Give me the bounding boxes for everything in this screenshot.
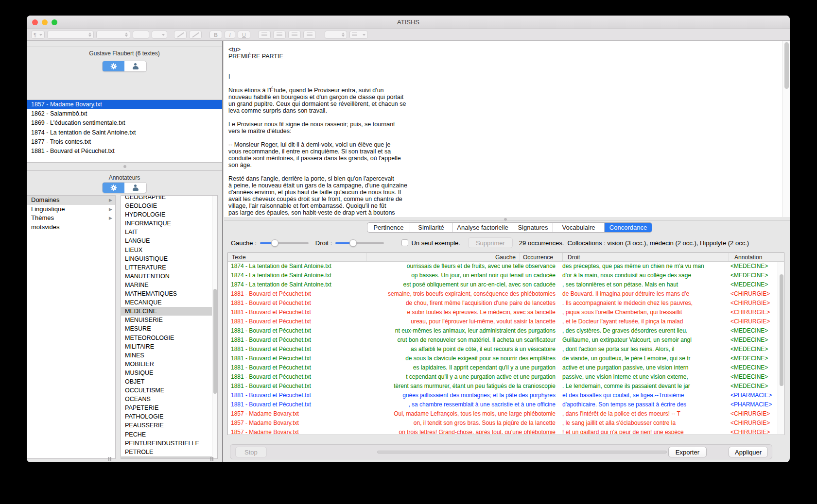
supprimer-button[interactable]: Supprimer <box>468 237 513 248</box>
domain-item[interactable]: PATHOLOGIE <box>121 412 212 421</box>
domain-item[interactable]: MEDECINE <box>121 307 212 316</box>
domain-item[interactable]: PAPETERIE <box>121 403 212 412</box>
sidebar-splitter[interactable] <box>27 162 222 171</box>
domain-item[interactable]: MATHEMATIQUES <box>121 289 212 298</box>
text-item[interactable]: 1877 - Trois contes.txt <box>27 137 222 147</box>
spacing-stepper[interactable] <box>325 31 347 39</box>
domain-item[interactable]: MESURE <box>121 324 212 333</box>
domain-item[interactable]: MOBILIER <box>121 360 212 369</box>
domain-item[interactable]: PHARMACIE <box>121 456 212 459</box>
col-annotation[interactable]: Annotation <box>734 254 762 261</box>
concordance-row[interactable]: 1881 - Bouvard et Pécuchet.txtureau, pou… <box>228 317 778 326</box>
concordance-row[interactable]: 1857 - Madame Bovary.txtOui, madame Lefr… <box>228 409 778 419</box>
domain-item[interactable]: HYDROLOGIE <box>121 210 212 219</box>
concordance-row[interactable]: 1881 - Bouvard et Pécuchet.txtde sous la… <box>228 354 778 363</box>
concordance-row[interactable]: 1874 - La tentation de Saint Antoine.txt… <box>228 280 778 289</box>
domain-item[interactable]: GEOGRAPHIE <box>121 195 212 202</box>
font-family-combo[interactable] <box>47 31 94 39</box>
editor-scrollbar-thumb[interactable] <box>784 42 789 89</box>
italic-button[interactable]: I <box>225 31 235 39</box>
stop-button[interactable]: Stop <box>235 447 267 457</box>
annotators-person-tab[interactable] <box>124 183 146 193</box>
editor-scrollbar[interactable] <box>782 41 790 217</box>
color-dropdown[interactable] <box>152 31 167 39</box>
editor-content[interactable]: <tu> PREMIÈRE PARTIE I Nous étions à l'É… <box>228 46 408 217</box>
concordance-row[interactable]: 1881 - Bouvard et Pécuchet.txte subir to… <box>228 308 778 317</box>
concordance-row[interactable]: 1857 - Madame Bovary.txton trois lettres… <box>228 428 778 434</box>
concordance-row[interactable]: 1881 - Bouvard et Pécuchet.txtgnées jail… <box>228 391 778 400</box>
text-item[interactable]: 1881 - Bouvard et Pécuchet.txt <box>27 147 222 156</box>
col-gauche[interactable]: Gauche <box>422 254 516 261</box>
domain-item[interactable]: LINGUISTIQUE <box>121 254 212 263</box>
table-scrollbar-thumb[interactable] <box>780 274 783 386</box>
domain-item[interactable]: MUSIQUE <box>121 369 212 377</box>
paragraph-style-dropdown[interactable]: ¶ <box>31 31 45 39</box>
domain-item[interactable]: OBJET <box>121 377 212 386</box>
domain-item[interactable]: PETROLE <box>121 448 212 456</box>
droit-slider-thumb[interactable] <box>349 239 357 247</box>
domains-scrollbar-thumb[interactable] <box>213 289 217 394</box>
domain-item[interactable]: PECHE <box>121 430 212 439</box>
tab-pertinence[interactable]: Pertinence <box>367 223 410 232</box>
domain-item[interactable]: LITTERATURE <box>121 263 212 272</box>
col-occurrence[interactable]: Occurrence <box>523 254 553 261</box>
domain-item[interactable]: OCCULTISME <box>121 386 212 395</box>
texts-gear-tab[interactable] <box>103 61 124 71</box>
font-variant-box[interactable] <box>133 31 149 39</box>
domain-item[interactable]: INFORMATIQUE <box>121 219 212 228</box>
domains-scrollbar[interactable] <box>212 196 217 458</box>
font-size-combo[interactable] <box>96 31 130 39</box>
domain-item[interactable]: LAIT <box>121 228 212 236</box>
title-bar[interactable]: ATISHS <box>27 16 790 29</box>
domain-item[interactable]: MECANIQUE <box>121 298 212 307</box>
domain-item[interactable]: METEOROLOGIE <box>121 334 212 342</box>
concordance-row[interactable]: 1881 - Bouvard et Pécuchet.txtde chou, f… <box>228 299 778 308</box>
resize-grip[interactable] <box>210 457 213 461</box>
concordance-row[interactable]: 1881 - Bouvard et Pécuchet.txtes lapidai… <box>228 363 778 372</box>
tab-vocabulaire[interactable]: Vocabulaire <box>553 223 605 232</box>
text-item[interactable]: 1869 - L'éducation sentimentale.txt <box>27 118 222 128</box>
domain-item[interactable]: OCEANS <box>121 395 212 403</box>
strike-diagonal-button[interactable] <box>174 31 187 39</box>
domain-item[interactable]: MINES <box>121 351 212 360</box>
concordance-row[interactable]: 1874 - La tentation de Saint Antoine.txt… <box>228 262 778 271</box>
align-justify-button[interactable] <box>303 31 316 39</box>
tab-concordance[interactable]: Concordance <box>605 223 652 232</box>
domain-item[interactable]: MILITAIRE <box>121 342 212 351</box>
tab-similarité[interactable]: Similarité <box>410 223 452 232</box>
resize-grip[interactable] <box>108 457 111 461</box>
concordance-row[interactable]: 1881 - Bouvard et Pécuchet.txttèrent san… <box>228 382 778 391</box>
domain-item[interactable]: MANUTENTION <box>121 272 212 281</box>
domain-item[interactable]: GEOLOGIE <box>121 202 212 210</box>
annotator-category-item[interactable]: Thèmes▶ <box>27 214 115 223</box>
text-item[interactable]: 1862 - Salammbô.txt <box>27 109 222 118</box>
table-scrollbar[interactable] <box>778 262 784 434</box>
align-center-button[interactable] <box>273 31 286 39</box>
strike-diagonal-button-2[interactable] <box>189 31 202 39</box>
annotators-gear-tab[interactable] <box>103 183 124 193</box>
concordance-row[interactable]: 1881 - Bouvard et Pécuchet.txt, sa chamb… <box>228 400 778 409</box>
concordance-row[interactable]: 1857 - Madame Bovary.txton, il tendit so… <box>228 419 778 428</box>
concordance-row[interactable]: 1874 - La tentation de Saint Antoine.txt… <box>228 271 778 280</box>
domain-item[interactable]: PEINTUREINDUSTRIELLE <box>121 439 212 448</box>
exporter-button[interactable]: Exporter <box>668 447 707 457</box>
concordance-row[interactable]: 1881 - Bouvard et Pécuchet.txtas affaibl… <box>228 345 778 354</box>
concordance-row[interactable]: 1881 - Bouvard et Pécuchet.txtnt eux-mêm… <box>228 326 778 336</box>
texts-author-tab[interactable] <box>124 61 146 71</box>
domain-item[interactable]: MARINE <box>121 281 212 289</box>
pane-splitter-handle-icon[interactable] <box>504 218 507 221</box>
align-right-button[interactable] <box>288 31 301 39</box>
bold-button[interactable]: B <box>209 31 222 39</box>
domain-item[interactable]: LANGUE <box>121 236 212 245</box>
col-texte[interactable]: Texte <box>232 254 246 261</box>
list-style-dropdown[interactable] <box>349 31 368 39</box>
gauche-slider-thumb[interactable] <box>271 239 278 247</box>
concordance-row[interactable]: 1881 - Bouvard et Pécuchet.txtt cependan… <box>228 372 778 382</box>
gauche-slider[interactable] <box>260 239 309 247</box>
underline-button[interactable]: U <box>238 31 250 39</box>
annotator-category-item[interactable]: Domaines▶ <box>27 196 115 205</box>
col-droit[interactable]: Droit <box>568 254 580 261</box>
text-editor[interactable]: <tu> PREMIÈRE PARTIE I Nous étions à l'É… <box>224 41 782 217</box>
align-left-button[interactable] <box>258 31 271 39</box>
domain-item[interactable]: MENUISERIE <box>121 316 212 324</box>
